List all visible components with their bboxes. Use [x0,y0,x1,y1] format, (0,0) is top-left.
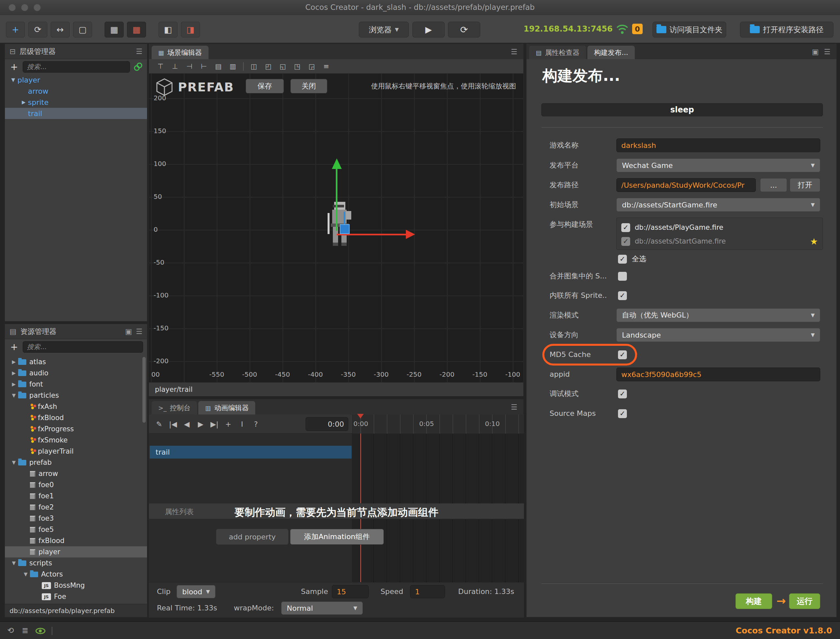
panel-menu-icon[interactable]: ☰ [136,47,142,56]
align-left-icon[interactable]: ⊢ [198,62,209,70]
add-asset-button[interactable]: + [9,342,19,352]
gizmo-x-arrowhead[interactable] [406,230,415,239]
play-icon[interactable]: ▶ [195,420,206,428]
add-key-icon[interactable]: + [223,420,234,428]
speed-input[interactable] [410,585,445,598]
panel-menu-icon[interactable]: ☰ [136,327,142,335]
caret-right-icon[interactable]: ▶ [10,370,18,376]
skip-start-icon[interactable]: |◀ [167,420,179,428]
hierarchy-search-input[interactable] [23,61,130,73]
tab-inspector[interactable]: ▤ 属性检查器 [529,46,586,59]
asset-item-Foe[interactable]: JSFoe [5,591,147,602]
playhead-marker[interactable] [357,414,364,418]
pivot-toggle[interactable]: ▦ [105,22,124,38]
md5-cache-checkbox[interactable]: ✓ [618,350,627,359]
asset-item-audio[interactable]: ▶audio [5,367,147,379]
distribute-bottom-icon[interactable]: ◱ [277,62,289,70]
distribute-vcenter-icon[interactable]: ◰ [263,62,274,70]
debug-mode-checkbox[interactable]: ✓ [618,389,627,398]
panel-menu-icon[interactable]: ☰ [511,403,517,411]
eye-icon[interactable] [35,628,45,634]
scene-checkbox[interactable]: ✓ [621,237,630,246]
star-icon[interactable]: ★ [810,236,818,246]
source-maps-checkbox[interactable]: ✓ [618,409,627,418]
align-vcenter-icon[interactable]: ⊥ [169,62,180,70]
insert-icon[interactable]: I [236,420,248,428]
caret-down-icon[interactable]: ▼ [21,571,30,577]
asset-item-fxAsh[interactable]: fxAsh [5,401,147,412]
wrap-mode-dropdown[interactable]: Normal [281,601,363,615]
preview-target-dropdown[interactable]: 浏览器 ▼ [359,22,409,38]
error-count-badge[interactable]: 0 [632,24,643,34]
hierarchy-node-player[interactable]: ▼player [5,74,147,86]
play-preview-button[interactable]: ▶ [413,22,445,38]
inline-sprite-checkbox[interactable]: ✓ [618,291,627,300]
panel-menu-icon[interactable]: ☰ [824,48,830,56]
align-bottom-icon[interactable]: ⊣ [184,62,195,70]
tab-build[interactable]: 构建发布... [587,46,635,59]
align-toggle[interactable]: ◧ [159,22,178,38]
rotate-tool[interactable]: ⟳ [28,22,47,38]
game-name-input[interactable] [616,138,820,152]
log-list-icon[interactable]: ≣ [22,626,28,635]
prefab-save-button[interactable]: 保存 [246,79,284,93]
gizmo-y-axis[interactable] [336,168,338,231]
distribute-top-icon[interactable]: ◫ [248,62,260,70]
scene-row[interactable]: ✓db://assets/StartGame.fire★ [621,236,818,247]
snap-toggle[interactable]: ◨ [181,22,200,38]
assets-search-input[interactable] [23,341,143,353]
open-project-folder-button[interactable]: 访问项目文件夹 [652,22,726,38]
panel-menu-icon[interactable]: ☰ [511,48,517,56]
build-button[interactable]: 构建 [735,593,772,609]
platform-dropdown[interactable]: Wechat Game [616,159,820,172]
add-property-button[interactable]: add property [216,529,289,545]
merge-atlas-checkbox[interactable] [618,272,627,281]
run-button[interactable]: 运行 [789,593,820,609]
distribute-right-icon[interactable]: ≡ [321,62,332,70]
asset-item-particles[interactable]: ▼particles [5,390,147,401]
caret-down-icon[interactable]: ▼ [10,393,18,398]
prefab-close-button[interactable]: 关闭 [290,79,327,93]
asset-item-scripts[interactable]: ▼scripts [5,558,147,569]
clip-dropdown[interactable]: blood [177,585,215,598]
asset-item-arrow[interactable]: arrow [5,468,147,479]
start-scene-dropdown[interactable]: db://assets/StartGame.fire [616,198,820,212]
asset-item-foe3[interactable]: foe3 [5,513,147,524]
align-top-icon[interactable]: ⊤ [155,62,166,70]
asset-item-playerTrail[interactable]: playerTrail [5,446,147,457]
hierarchy-node-arrow[interactable]: arrow [5,86,147,97]
asset-item-foe5[interactable]: foe5 [5,524,147,535]
gizmo-center-handle[interactable] [340,224,350,234]
asset-item-fxSmoke[interactable]: fxSmoke [5,434,147,446]
preview-url[interactable]: 192.168.54.13:7456 [524,24,612,33]
asset-item-font[interactable]: ▶font [5,379,147,390]
appid-input[interactable] [616,367,820,381]
asset-item-foe2[interactable]: foe2 [5,502,147,513]
caret-right-icon[interactable]: ▶ [10,381,18,387]
next-frame-icon[interactable]: ▶| [209,420,220,428]
asset-item-Actors[interactable]: ▼Actors [5,569,147,580]
refresh-status-icon[interactable]: ⟲ [7,626,14,635]
asset-item-atlas[interactable]: ▶atlas [5,356,147,367]
timeline-ruler[interactable]: 0:000:050:10 [352,415,524,434]
float-panel-icon[interactable]: ▣ [125,327,132,335]
add-tool[interactable]: + [6,22,25,38]
caret-down-icon[interactable]: ▼ [10,560,18,566]
select-all-checkbox[interactable]: ✓ [618,255,627,264]
prev-frame-icon[interactable]: ◀ [181,420,193,428]
asset-item-fxProgress[interactable]: fxProgress [5,423,147,434]
asset-item-fxBlood[interactable]: fxBlood [5,535,147,546]
help-icon[interactable]: ? [250,420,261,428]
caret-right-icon[interactable]: ▶ [19,99,28,105]
align-hcenter-icon[interactable]: ▤ [213,62,224,70]
orientation-dropdown[interactable]: Landscape [616,328,820,342]
refresh-preview-button[interactable]: ⟳ [448,22,480,38]
sample-input[interactable] [332,585,369,598]
align-right-icon[interactable]: ▥ [227,62,238,70]
asset-item-foe1[interactable]: foe1 [5,490,147,502]
move-tool[interactable]: ↔ [51,22,70,38]
add-animation-component-button[interactable]: 添加Animation组件 [290,529,384,545]
scene-canvas[interactable]: 200150100500-50-100-150-200 00-550-500-4… [149,74,523,382]
distribute-left-icon[interactable]: ◳ [292,62,303,70]
scene-checkbox[interactable]: ✓ [621,223,630,232]
